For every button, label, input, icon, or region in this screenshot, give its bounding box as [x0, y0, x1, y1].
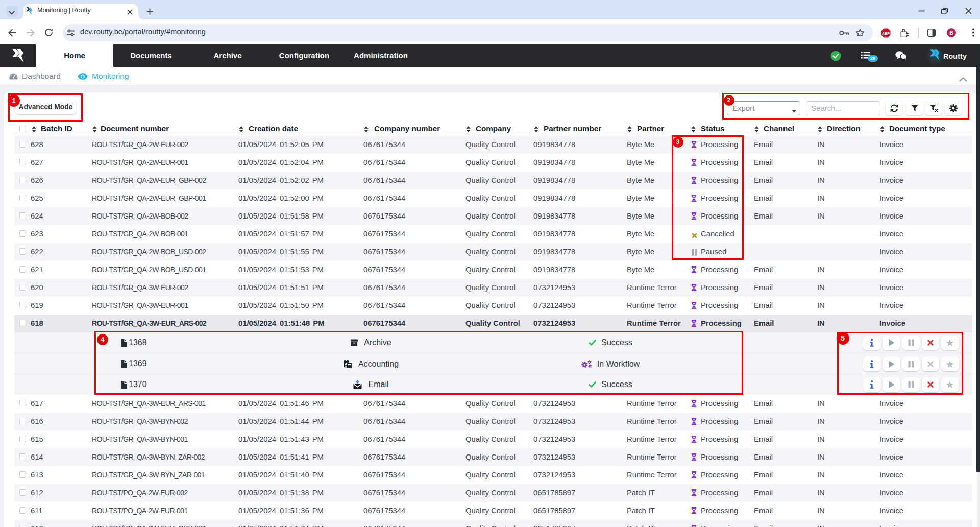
svg-text:ABP: ABP — [882, 32, 890, 35]
